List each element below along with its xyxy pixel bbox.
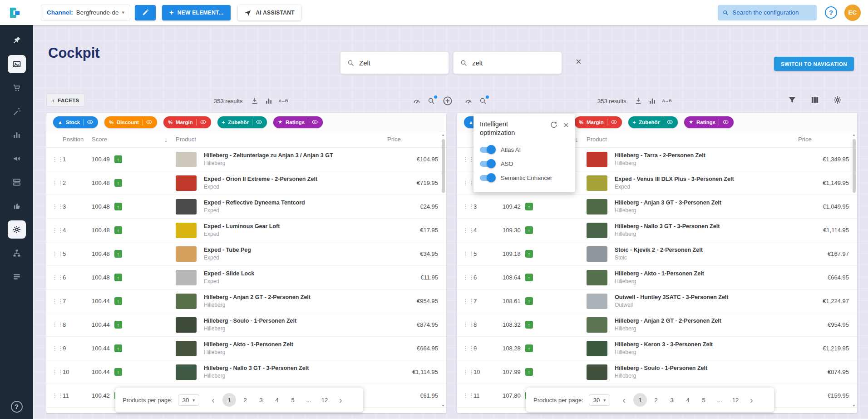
facets-button[interactable]: ‹ FACETS — [46, 94, 85, 107]
facet-chip[interactable]: % Margin — [574, 116, 621, 128]
drag-handle-icon[interactable]: ⋮⋮ — [463, 321, 473, 328]
drag-handle-icon[interactable]: ⋮⋮ — [52, 180, 63, 186]
page-button[interactable]: 12 — [318, 393, 331, 407]
facet-chip[interactable]: % Margin — [163, 116, 211, 128]
scroll-down-icon[interactable]: ▼ — [851, 403, 857, 409]
avatar[interactable]: EC — [844, 5, 861, 21]
drag-handle-icon[interactable]: ⋮⋮ — [52, 345, 63, 352]
sidebar-item-shop[interactable] — [8, 79, 26, 97]
performance-gauge-button[interactable] — [464, 97, 473, 105]
drag-handle-icon[interactable]: ⋮⋮ — [463, 180, 473, 186]
export-button[interactable] — [634, 97, 642, 105]
eye-icon[interactable] — [87, 119, 94, 125]
drag-handle-icon[interactable]: ⋮⋮ — [52, 298, 63, 304]
table-row[interactable]: ⋮⋮ 9 108.28 ↑ Hilleberg - Keron 3 - 3-Pe… — [457, 337, 857, 360]
table-row[interactable]: ⋮⋮ 5 100.48 ↑ Exped - Tube Peg Exped €34… — [46, 242, 446, 266]
page-button[interactable]: ... — [302, 393, 316, 407]
switch-to-navigation-button[interactable]: SWITCH TO NAVIGATION — [774, 57, 854, 71]
facet-chip[interactable]: ★ Ratings — [273, 116, 323, 128]
ai-assistant-button[interactable]: AI ASSISTANT — [238, 5, 301, 20]
drag-handle-icon[interactable]: ⋮⋮ — [463, 274, 473, 281]
export-button[interactable] — [251, 97, 259, 105]
help-button[interactable]: ? — [825, 6, 837, 19]
facet-chip[interactable]: ★ Ratings — [684, 116, 734, 128]
column-product[interactable]: Product — [587, 136, 798, 143]
page-button[interactable]: 1 — [633, 393, 647, 407]
table-row[interactable]: ⋮⋮ 3 100.48 ↑ Exped - Reflective Dyneema… — [46, 195, 446, 219]
eye-icon[interactable] — [146, 119, 153, 125]
clear-queries-icon[interactable]: × — [576, 57, 582, 67]
columns-view-icon[interactable] — [810, 95, 819, 105]
drag-handle-icon[interactable]: ⋮⋮ — [463, 227, 473, 234]
config-search-input[interactable] — [732, 9, 812, 16]
page-button[interactable]: 4 — [681, 393, 695, 407]
table-row[interactable]: ⋮⋮ 3 109.42 ↑ Hilleberg - Anjan 3 GT - 3… — [457, 195, 857, 219]
drag-handle-icon[interactable]: ⋮⋮ — [52, 227, 63, 234]
sort-desc-icon[interactable]: ↓ — [164, 136, 176, 143]
search-preview-button[interactable] — [479, 97, 487, 105]
scroll-up-icon[interactable]: ▲ — [851, 132, 857, 138]
page-button[interactable]: 12 — [729, 393, 742, 407]
drag-handle-icon[interactable]: ⋮⋮ — [463, 392, 473, 399]
toggle-row[interactable]: Semantic Enhancer — [480, 171, 569, 185]
table-row[interactable]: ⋮⋮ 4 109.30 ↑ Hilleberg - Nallo 3 GT - 3… — [457, 219, 857, 242]
toggle-row[interactable]: Atlas AI — [480, 143, 569, 157]
sidebar-item-settings[interactable] — [8, 220, 26, 239]
scrollbar-thumb[interactable] — [853, 139, 856, 193]
toggle-switch[interactable] — [480, 147, 494, 153]
new-element-button[interactable]: + NEW ELEMENT... — [162, 5, 231, 20]
drag-handle-icon[interactable]: ⋮⋮ — [52, 321, 63, 328]
analytics-button[interactable] — [648, 97, 656, 105]
drag-handle-icon[interactable]: ⋮⋮ — [463, 345, 473, 352]
table-row[interactable]: ⋮⋮ 5 109.18 ↑ Stoic - Kjevik 2 - 2-Perso… — [457, 242, 857, 266]
sidebar-item-pin[interactable] — [8, 31, 26, 50]
column-product[interactable]: Product — [176, 136, 387, 143]
table-row[interactable]: ⋮⋮ 4 100.48 ↑ Exped - Luminous Gear Loft… — [46, 219, 446, 242]
per-page-select[interactable]: 30 ▾ — [178, 394, 200, 406]
filter-funnel-icon[interactable] — [788, 95, 797, 105]
eye-icon[interactable] — [256, 119, 262, 125]
query-input-right[interactable] — [472, 59, 555, 67]
sidebar-item-data[interactable] — [8, 173, 26, 191]
sidebar-item-cockpit[interactable] — [8, 55, 26, 73]
table-row[interactable]: ⋮⋮ 8 100.44 ↑ Hilleberg - Soulo - 1-Pers… — [46, 313, 446, 337]
table-row[interactable]: ⋮⋮ 7 108.61 ↑ Outwell - Huntley 3SATC - … — [457, 289, 857, 313]
table-row[interactable]: ⋮⋮ 8 108.32 ↑ Hilleberg - Anjan 2 GT - 2… — [457, 313, 857, 337]
edit-channel-button[interactable] — [135, 5, 156, 20]
sidebar-item-hierarchy[interactable] — [8, 244, 26, 262]
ab-test-icon[interactable]: A↔B — [279, 99, 288, 103]
eye-icon[interactable] — [722, 119, 729, 125]
panel-scrollbar[interactable]: ▲ ▼ — [851, 132, 857, 409]
drag-handle-icon[interactable]: ⋮⋮ — [463, 369, 473, 375]
eye-icon[interactable] — [611, 119, 617, 125]
next-page-button[interactable]: › — [336, 395, 345, 404]
eye-icon[interactable] — [200, 119, 207, 125]
eye-icon[interactable] — [666, 119, 673, 125]
app-logo[interactable] — [6, 5, 23, 21]
sidebar-item-recommendations[interactable] — [8, 197, 26, 215]
table-row[interactable]: ⋮⋮ 7 100.44 ↑ Hilleberg - Anjan 2 GT - 2… — [46, 289, 446, 313]
sidebar-item-analytics[interactable] — [8, 126, 26, 144]
drag-handle-icon[interactable]: ⋮⋮ — [52, 274, 63, 281]
column-position[interactable]: Position — [63, 136, 92, 143]
next-page-button[interactable]: › — [747, 395, 756, 404]
sidebar-item-campaigns[interactable] — [8, 150, 26, 168]
sidebar-help-button[interactable]: ? — [11, 401, 23, 413]
panel-scrollbar[interactable]: ▲ ▼ — [440, 132, 446, 409]
page-button[interactable]: 5 — [697, 393, 710, 407]
table-row[interactable]: ⋮⋮ 10 100.44 ↑ Hilleberg - Nallo 3 GT - … — [46, 360, 446, 384]
prev-page-button[interactable]: ‹ — [619, 395, 629, 404]
sort-desc-icon[interactable]: ↓ — [575, 136, 587, 143]
page-button[interactable]: 3 — [254, 393, 268, 407]
search-preview-button[interactable] — [427, 97, 435, 105]
drag-handle-icon[interactable]: ⋮⋮ — [463, 298, 473, 304]
page-button[interactable]: 2 — [649, 393, 663, 407]
table-row[interactable]: ⋮⋮ 6 108.64 ↑ Hilleberg - Akto - 1-Perso… — [457, 266, 857, 289]
scroll-down-icon[interactable]: ▼ — [440, 403, 446, 409]
page-button[interactable]: 1 — [222, 393, 236, 407]
facet-chip[interactable]: ▲ Stock — [53, 116, 98, 128]
config-search[interactable] — [718, 5, 817, 20]
page-button[interactable]: 4 — [270, 393, 284, 407]
scrollbar-thumb[interactable] — [442, 139, 445, 193]
per-page-select[interactable]: 30 ▾ — [589, 394, 611, 406]
